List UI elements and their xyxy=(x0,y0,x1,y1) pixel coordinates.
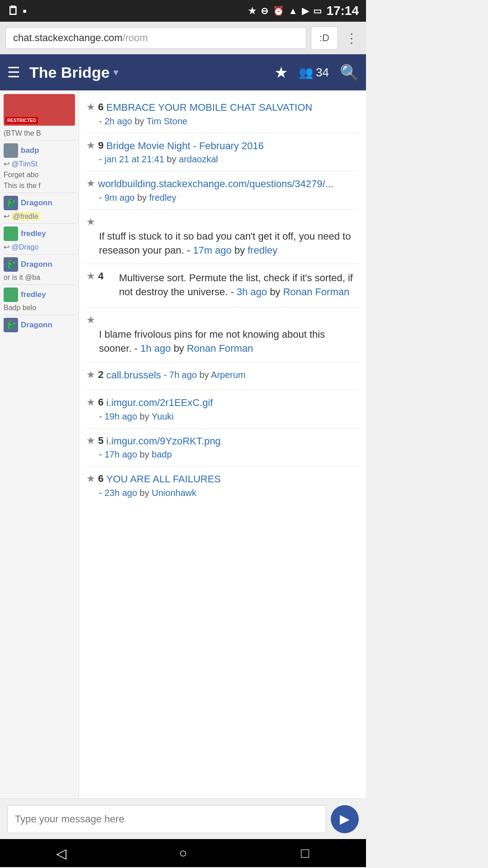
home-button[interactable]: ○ xyxy=(165,839,201,867)
pin-meta-7: - 7h ago by Arperum xyxy=(164,370,245,380)
pin-meta-2: - jan 21 at 21:41 by ardaozkal xyxy=(86,154,359,165)
avatar-fredley-2 xyxy=(4,288,18,302)
at-drago-1: @Drago xyxy=(11,243,38,251)
status-bar-right: ★ ⊖ ⏰ ▲ ▶ ▭ 17:14 xyxy=(248,4,359,18)
nav-actions: ★ 👥 34 🔍 xyxy=(274,63,359,81)
main-area: RESTRICTED (BTW the B badp ↩ @TimSt Forg… xyxy=(0,90,366,798)
pin-title-1[interactable]: EMBRACE YOUR MOBILE CHAT SALVATION xyxy=(106,101,312,114)
pin-author-4[interactable]: fredley xyxy=(248,245,277,256)
top-nav: The Bridge ▾ ★ 👥 34 🔍 xyxy=(0,54,366,90)
pin-time-8[interactable]: 19h ago xyxy=(104,411,137,421)
pin-body-5: Multiverse sort. Permute the list, check… xyxy=(106,271,359,299)
pin-body-4: If stuff is stuck to it so bad you can't… xyxy=(86,230,359,258)
pin-author-10[interactable]: Unionhawk xyxy=(152,488,197,498)
reply-icon: ↩ xyxy=(4,160,9,168)
pin-star-icon-4: ★ xyxy=(86,216,95,228)
pinned-header-4: ★ xyxy=(86,216,359,228)
pin-time-6[interactable]: 1h ago xyxy=(141,343,171,354)
reply-drago-1: ↩ @Drago xyxy=(4,243,75,251)
pinned-item-7: ★ 2 call.brussels - 7h ago by Arperum xyxy=(86,363,359,391)
sidebar-user-dragonn-1[interactable]: 🐉 Dragonn xyxy=(4,196,75,210)
pin-time-7[interactable]: 7h ago xyxy=(169,370,197,380)
reply-icon-2: ↩ xyxy=(4,212,9,220)
pinned-item-3: ★ worldbuilding.stackexchange.com/questi… xyxy=(86,171,359,210)
pin-title-7[interactable]: call.brussels xyxy=(106,369,161,382)
pin-time-4[interactable]: 17m ago xyxy=(193,245,232,256)
username-dragonn-2: Dragonn xyxy=(21,260,52,269)
alarm-icon: ⏰ xyxy=(273,5,284,16)
users-count-label: 34 xyxy=(316,66,329,80)
pin-author-3[interactable]: fredley xyxy=(149,193,176,203)
pinned-header-6: ★ xyxy=(86,314,359,326)
dnd-icon: ⊖ xyxy=(261,5,268,16)
pin-count-8: 6 xyxy=(98,396,103,408)
separator-1 xyxy=(4,140,75,141)
sidebar-user-badp[interactable]: badp xyxy=(4,143,75,158)
pin-time-3[interactable]: 9m ago xyxy=(104,193,135,203)
pin-author-8[interactable]: Yuuki xyxy=(151,411,174,421)
left-sidebar: RESTRICTED (BTW the B badp ↩ @TimSt Forg… xyxy=(0,90,79,798)
pinned-item-1: ★ 6 EMBRACE YOUR MOBILE CHAT SALVATION -… xyxy=(86,95,359,133)
users-count-button[interactable]: 👥 34 xyxy=(299,66,329,80)
pin-title-2[interactable]: Bridge Movie Night - February 2016 xyxy=(106,140,264,153)
pinned-header-8: ★ 6 i.imgur.com/2r1EExC.gif xyxy=(86,396,359,410)
pin-title-9[interactable]: i.imgur.com/9YzoRKT.png xyxy=(106,435,221,448)
pin-title-8[interactable]: i.imgur.com/2r1EExC.gif xyxy=(106,396,213,410)
pin-author-6[interactable]: Ronan Forman xyxy=(187,343,253,354)
pin-count-5: 4 xyxy=(98,270,103,282)
sidebar-user-fredley-1[interactable]: fredley xyxy=(4,226,75,241)
pin-author-7[interactable]: Arperum xyxy=(211,370,246,380)
url-bar: chat.stackexchange.com/room :D ⋮ xyxy=(0,22,366,54)
more-options-button[interactable]: ⋮ xyxy=(343,31,361,46)
pin-star-icon-7: ★ xyxy=(86,369,95,381)
reply-timst: ↩ @TimSt xyxy=(4,160,75,168)
username-dragonn-3: Dragonn xyxy=(21,321,52,330)
status-bar: 🗒 ▪ ★ ⊖ ⏰ ▲ ▶ ▭ 17:14 xyxy=(0,0,366,22)
pin-count-9: 5 xyxy=(98,435,103,447)
smiley-icon-button[interactable]: :D xyxy=(311,26,338,50)
dropdown-arrow-icon[interactable]: ▾ xyxy=(113,67,118,78)
pin-star-icon-2: ★ xyxy=(86,140,95,151)
send-button[interactable]: ▶ xyxy=(331,805,359,833)
pin-title-3[interactable]: worldbuilding.stackexchange.com/question… xyxy=(98,178,333,191)
room-title: The Bridge ▾ xyxy=(29,64,274,81)
at-fredle: @fredle xyxy=(11,212,39,221)
notification-icon: 🗒 xyxy=(7,4,19,18)
pin-time-5[interactable]: 3h ago xyxy=(237,286,267,297)
pin-author-2[interactable]: ardaozkal xyxy=(179,154,218,164)
battery-icon: ▭ xyxy=(313,5,322,16)
pin-author-1[interactable]: Tim Stone xyxy=(146,116,187,126)
separator-5 xyxy=(4,284,75,285)
pin-time-2[interactable]: jan 21 at 21:41 xyxy=(104,154,164,164)
msg-this-is: This is the f xyxy=(4,182,75,190)
pin-star-icon-5: ★ xyxy=(86,270,95,282)
signal-icon: ▶ xyxy=(302,5,309,16)
pin-time-1[interactable]: 2h ago xyxy=(104,116,132,126)
avatar-badp xyxy=(4,143,18,158)
at-timst: @TimSt xyxy=(11,160,37,168)
pinned-header-1: ★ 6 EMBRACE YOUR MOBILE CHAT SALVATION xyxy=(86,101,359,114)
pinned-header-2: ★ 9 Bridge Movie Night - February 2016 xyxy=(86,140,359,153)
star-button[interactable]: ★ xyxy=(274,63,288,81)
message-input[interactable] xyxy=(7,805,326,833)
pin-author-9[interactable]: badp xyxy=(152,449,172,459)
pin-time-9[interactable]: 17h ago xyxy=(104,449,137,459)
msg-or-is-it: or is it @ba xyxy=(4,274,75,282)
sidebar-user-dragonn-3[interactable]: 🐉 Dragonn xyxy=(4,318,75,332)
bottom-nav: ◁ ○ □ xyxy=(0,839,366,867)
back-icon: ◁ xyxy=(56,845,66,861)
pinned-item-5: ★ 4 Multiverse sort. Permute the list, c… xyxy=(86,264,359,308)
sidebar-user-dragonn-2[interactable]: 🐉 Dragonn xyxy=(4,257,75,272)
msg-forget: Forget abo xyxy=(4,171,75,179)
sidebar-user-fredley-2[interactable]: fredley xyxy=(4,288,75,302)
pin-author-5[interactable]: Ronan Forman xyxy=(283,286,349,297)
back-button[interactable]: ◁ xyxy=(43,839,79,867)
recents-button[interactable]: □ xyxy=(287,839,323,867)
sidebar-message-btw: (BTW the B xyxy=(4,129,75,137)
hamburger-menu-button[interactable] xyxy=(7,64,20,81)
pin-time-10[interactable]: 23h ago xyxy=(104,488,137,498)
pin-title-10[interactable]: YOU ARE ALL FAILURES xyxy=(106,473,221,486)
url-input-display[interactable]: chat.stackexchange.com/room xyxy=(5,27,306,49)
separator-6 xyxy=(4,315,75,315)
search-button[interactable]: 🔍 xyxy=(340,63,359,81)
